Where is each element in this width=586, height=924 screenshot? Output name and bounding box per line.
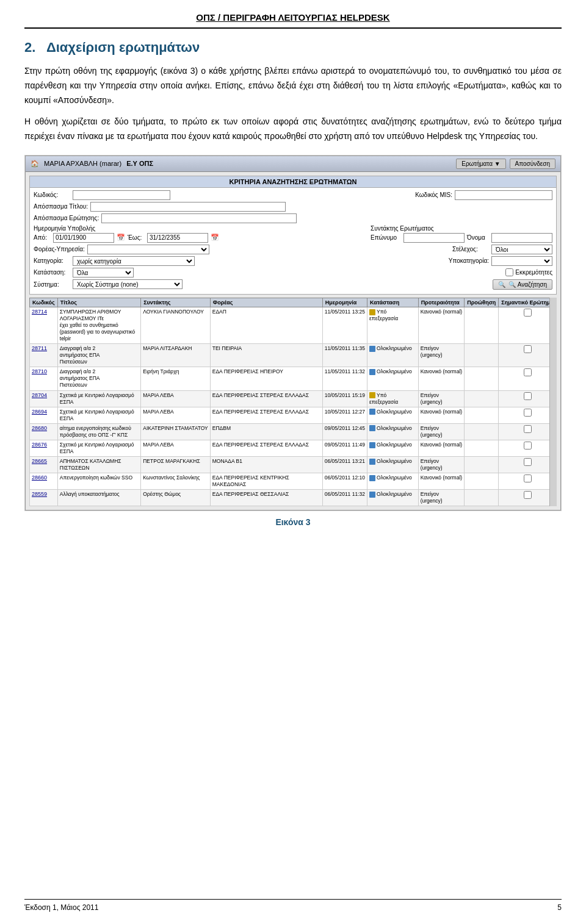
cell-shm bbox=[499, 456, 557, 473]
cell-foreis: ΕΔΑ ΠΕΡΙΦΕΡΕΙΑΣ ΣΤΕΡΕΑΣ ΕΛΛΑΔΑΣ bbox=[210, 407, 322, 423]
shm-checkbox[interactable] bbox=[524, 392, 532, 400]
scrollbar[interactable] bbox=[549, 298, 557, 506]
cell-katastasi: Ολοκληρωμένο bbox=[367, 473, 418, 489]
apospasma-titlos-input[interactable] bbox=[90, 202, 286, 212]
search-icon: 🔍 bbox=[498, 281, 505, 288]
form-row-titlos: Απόσπασμα Τίτλου: bbox=[34, 202, 552, 212]
katastasi-label: Κατάσταση: bbox=[34, 269, 70, 276]
cell-kwdikos[interactable]: 28711 bbox=[30, 344, 58, 367]
shm-checkbox[interactable] bbox=[524, 368, 532, 376]
cell-foreis: ΕΔΑ ΠΕΡΙΦΕΡΕΙΑΣ ΣΤΕΡΕΑΣ ΕΛΛΑΔΑΣ bbox=[210, 390, 322, 407]
aposyndesi-btn[interactable]: Αποσύνδεση bbox=[510, 159, 555, 169]
ekkremothtes-checkbox-label[interactable]: Εκκρεμότητες bbox=[505, 268, 552, 276]
systhma-select[interactable]: Χωρίς Σύστημα (none) bbox=[73, 279, 183, 289]
kwdikos-input[interactable] bbox=[73, 190, 170, 200]
cell-katastasi: Ολοκληρωμένο bbox=[367, 407, 418, 423]
calendar-icon-to[interactable]: 📅 bbox=[211, 234, 219, 242]
search-btn[interactable]: 🔍 🔍 Αναζήτηση bbox=[493, 279, 552, 290]
cell-foreis: ΕΔΑΠ bbox=[210, 307, 322, 343]
cell-syntakths: Κωνσταντίνος Σαλονίκης bbox=[141, 473, 211, 489]
col-foreis: Φορέας bbox=[210, 298, 322, 307]
shm-checkbox[interactable] bbox=[524, 409, 532, 417]
table-row[interactable]: 28680 αίτημα ενεργοποίησης κωδικού πρόσβ… bbox=[30, 423, 557, 440]
shm-checkbox[interactable] bbox=[524, 425, 532, 433]
kwdikos-label: Κωδικός: bbox=[34, 192, 70, 198]
foreis-select[interactable] bbox=[87, 245, 209, 254]
cell-foreis: ΜΟΝΑΔΑ Β1 bbox=[210, 456, 322, 473]
cell-shm bbox=[499, 390, 557, 407]
shm-checkbox[interactable] bbox=[524, 458, 532, 466]
cell-proter: Επείγον (urgency) bbox=[418, 490, 465, 506]
kathgoria-label: Κατηγορία: bbox=[34, 257, 70, 264]
cell-proter: Κανονικό (normal) bbox=[418, 307, 465, 343]
date-to-input[interactable] bbox=[147, 233, 208, 243]
form-row-kathgoria: Κατηγορία: χωρίς κατηγορία Υποκατηγορία: bbox=[34, 256, 552, 266]
cell-proter: Επείγον (urgency) bbox=[418, 456, 465, 473]
cell-date: 09/05/2011 11:49 bbox=[322, 440, 367, 456]
ekkremothtes-checkbox[interactable] bbox=[505, 268, 513, 276]
cell-kwdikos[interactable]: 28559 bbox=[30, 490, 58, 506]
cell-shm bbox=[499, 473, 557, 489]
cell-syntakths: ΑΙΚΑΤΕΡΙΝΗ ΣΤΑΜΑΤΑΤΟΥ bbox=[141, 423, 211, 440]
date-from-input[interactable] bbox=[53, 233, 114, 243]
onoma-input[interactable] bbox=[491, 233, 552, 243]
cell-kwdikos[interactable]: 28694 bbox=[30, 407, 58, 423]
cell-titlos: Σχετικό με Κεντρικό Λογαριασμό ΕΣΠΑ bbox=[57, 440, 140, 456]
epwnymo-input[interactable] bbox=[403, 233, 465, 243]
table-row[interactable]: 28711 Διαγραφή α/α 2αντιμήρατος ΕΠΑΠιστε… bbox=[30, 344, 557, 367]
cell-kwdikos[interactable]: 28660 bbox=[30, 473, 58, 489]
table-row[interactable]: 28704 Σχετικά με Κεντρικό Λογαριασμό ΕΣΠ… bbox=[30, 390, 557, 407]
ypokathgoria-select[interactable] bbox=[491, 256, 552, 266]
table-row[interactable]: 28559 Αλλαγή υποκαταστήματος Ορέστης Θώμ… bbox=[30, 490, 557, 506]
calendar-icon-from[interactable]: 📅 bbox=[117, 234, 125, 242]
ews-label: Έως: bbox=[128, 234, 145, 241]
results-table: Κωδικός Τίτλος Συντάκτης Φορέας Ημερομην… bbox=[29, 298, 557, 506]
shm-checkbox[interactable] bbox=[524, 345, 532, 353]
cell-date: 11/05/2011 11:32 bbox=[322, 367, 367, 390]
col-kwdikos: Κωδικός bbox=[30, 298, 58, 307]
figure-3-container: 🏠 ΜΑΡΙΑ ΑΡΧΑΒΛΗ (marar) Ε.Υ ΟΠΣ Ερωτήματ… bbox=[24, 155, 562, 511]
table-row[interactable]: 28676 Σχετικό με Κεντρικό Λογαριασμό ΕΣΠ… bbox=[30, 440, 557, 456]
user-icon: 🏠 bbox=[31, 160, 39, 168]
cell-date: 09/05/2011 12:45 bbox=[322, 423, 367, 440]
table-row[interactable]: 28714 ΣΥΜΠΛΗΡΩΣΗ ΑΡΙΘΜΟΥ ΛΟΓΑΡΙΑΣΜΟΥ ΙΤε… bbox=[30, 307, 557, 343]
cell-kwdikos[interactable]: 28680 bbox=[30, 423, 58, 440]
paragraph-1: Στην πρώτη οθόνη της εφαρμογής (εικόνα 3… bbox=[24, 64, 562, 107]
shm-checkbox[interactable] bbox=[524, 475, 532, 482]
cell-date: 10/05/2011 15:19 bbox=[322, 390, 367, 407]
shm-checkbox[interactable] bbox=[524, 309, 532, 317]
app-titlebar: 🏠 ΜΑΡΙΑ ΑΡΧΑΒΛΗ (marar) Ε.Υ ΟΠΣ Ερωτήματ… bbox=[26, 156, 560, 172]
cell-proter: Κανονικό (normal) bbox=[418, 473, 465, 489]
cell-kwdikos[interactable]: 28665 bbox=[30, 456, 58, 473]
cell-kwdikos[interactable]: 28710 bbox=[30, 367, 58, 390]
apospasma-erwtisis-input[interactable] bbox=[101, 213, 297, 223]
page-footer: Έκδοση 1, Μάιος 2011 5 bbox=[24, 899, 562, 912]
cell-shm bbox=[499, 440, 557, 456]
cell-syntakths: ΛΟΥΚΙΑ ΓΙΑΝΝΟΠΟΥΛΟΥ bbox=[141, 307, 211, 343]
status-icon bbox=[369, 475, 375, 481]
cell-date: 06/05/2011 11:32 bbox=[322, 490, 367, 506]
footer-page-number: 5 bbox=[557, 903, 562, 912]
cell-date: 11/05/2011 11:35 bbox=[322, 344, 367, 367]
cell-kwdikos[interactable]: 28714 bbox=[30, 307, 58, 343]
table-row[interactable]: 28665 ΑΠΗΜΑΤΟΣ ΚΑΤΑΛΩΜΗΣ ΠΙΣΤΩΣΕΩΝ ΠΕΤΡΟ… bbox=[30, 456, 557, 473]
status-icon bbox=[369, 409, 375, 415]
shm-checkbox[interactable] bbox=[524, 491, 532, 499]
cell-katastasi: Ολοκληρωμένο bbox=[367, 440, 418, 456]
cell-kwdikos[interactable]: 28676 bbox=[30, 440, 58, 456]
cell-kwdikos[interactable]: 28704 bbox=[30, 390, 58, 407]
cell-proter: Κανονικό (normal) bbox=[418, 367, 465, 390]
erwtimata-menu-btn[interactable]: Ερωτήματα ▼ bbox=[456, 159, 505, 169]
table-row[interactable]: 28660 Απενεργοποίηση κωδικών SSO Κωνσταν… bbox=[30, 473, 557, 489]
table-row[interactable]: 28694 Σχετικά με Κεντρικό Λογαριασμό ΕΣΠ… bbox=[30, 407, 557, 423]
kwdikos-mis-input[interactable] bbox=[455, 190, 552, 200]
ypokathgoria-label: Υποκατηγορία: bbox=[449, 257, 489, 264]
shm-checkbox[interactable] bbox=[524, 442, 532, 449]
kathgoria-select[interactable]: χωρίς κατηγορία bbox=[73, 256, 195, 266]
cell-syntakths: ΜΑΡΙΑ ΛΕΒΑ bbox=[141, 440, 211, 456]
cell-foreis: ΕΔΑ ΠΕΡΙΦΕΡΕΙΑΣ ΚΕΝΤΡΙΚΗΣ ΜΑΚΕΔΟΝΙΑΣ bbox=[210, 473, 322, 489]
table-row[interactable]: 28710 Διαγραφή α/α 2αντιμήρατος ΕΠΑΠιστε… bbox=[30, 367, 557, 390]
katastasi-select[interactable]: Όλα bbox=[73, 268, 134, 278]
stelexos-select[interactable]: Όλοι bbox=[491, 245, 552, 254]
titlebar-right[interactable]: Ερωτήματα ▼ Αποσύνδεση bbox=[456, 159, 555, 169]
